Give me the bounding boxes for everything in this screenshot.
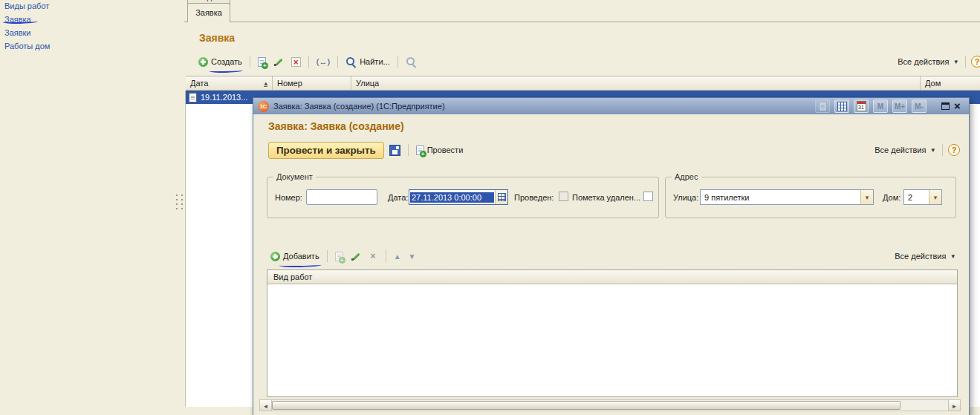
sort-asc-icon [264,79,267,87]
items-column-header[interactable]: Вид работ [267,270,957,284]
calendar-button[interactable]: 31 [854,99,869,113]
arrow-left-icon [263,401,269,410]
help-icon[interactable]: ? [948,144,960,156]
splitter-handle[interactable] [176,195,178,209]
street-label: Улица: [673,193,698,202]
splitter-handle[interactable] [181,195,183,209]
scroll-left-button[interactable] [260,400,272,411]
maximize-icon[interactable] [941,102,950,110]
column-header-number[interactable]: Номер [273,76,351,90]
document-dialog: 1С Заявка: Заявка (создание) (1С:Предпри… [253,97,970,415]
tab-strip: Создать Заявка [184,0,980,22]
annotation-underline [209,68,243,73]
post-and-close-button[interactable]: Провести и закрыть [268,142,384,159]
calendar-icon: 31 [857,101,866,111]
add-row-button[interactable]: Добавить [268,250,322,263]
edit-button[interactable] [271,55,286,68]
add-row-label: Добавить [283,252,319,261]
row-date-cell: 19.11.2013... [201,93,247,102]
column-header-house[interactable]: Дом [921,76,980,90]
separator [397,56,398,68]
dialog-all-actions-button[interactable]: Все действия [872,144,937,156]
house-select[interactable]: 2 [903,189,942,205]
street-value: 9 пятилетки [701,193,860,202]
sidebar-item-zayavki[interactable]: Заявки [4,28,31,37]
street-select[interactable]: 9 пятилетки [700,189,874,205]
items-all-actions-button[interactable]: Все действия [892,250,957,262]
separator [308,56,309,68]
interval-icon: (↔) [317,57,330,66]
arrow-right-icon [952,401,958,410]
plus-icon [270,252,280,261]
delete-icon [291,57,301,67]
scrollbar-track[interactable] [901,400,948,411]
find-button[interactable]: Найти... [343,55,392,69]
column-header-street[interactable]: Улица [351,76,921,90]
create-button-label: Создать [211,57,242,66]
dialog-title: Заявка: Заявка (создание) (1С:Предприяти… [273,102,811,111]
number-field[interactable] [306,189,377,205]
column-header-date[interactable]: Дата [186,76,273,90]
1c-logo-icon: 1С [258,101,269,112]
all-actions-button[interactable]: Все действия [895,56,960,68]
all-actions-label: Все действия [898,57,949,66]
pencil-icon [273,56,284,67]
edit-row-button[interactable] [348,249,363,263]
doc-icon [819,102,827,111]
pencil-icon [351,251,361,261]
search-clear-icon [406,56,417,68]
delete-icon [369,252,378,261]
separator [408,144,409,156]
separator [965,56,966,68]
plus-icon [198,57,208,67]
house-dropdown-button[interactable] [929,190,941,204]
calendar-picker-button[interactable] [495,190,507,204]
delete-button[interactable] [289,56,303,68]
annotation-underline [2,19,38,24]
save-icon [389,145,400,156]
separator [386,250,386,262]
scroll-right-button[interactable] [948,400,960,411]
help-icon[interactable]: ? [971,56,980,68]
copy-button[interactable] [256,56,268,68]
deletion-mark-label: Пометка удален... [572,193,640,202]
date-label: Дата: [388,193,408,202]
house-label: Дом: [883,193,901,202]
post-button[interactable]: Провести [414,144,466,157]
street-dropdown-button[interactable] [860,190,873,204]
find-button-label: Найти... [360,57,390,66]
copy-icon [335,252,343,261]
page-title: Заявка [199,32,235,44]
all-actions-label: Все действия [895,252,946,261]
posted-label: Проведен: [514,193,554,202]
close-icon[interactable] [954,101,964,111]
app-screen: Виды работ Заявка Заявки Работы дом Созд… [0,0,980,415]
separator [327,250,328,262]
arrow-up-icon [394,252,401,261]
sidebar-item-vidy-rabot[interactable]: Виды работ [4,1,49,10]
memory-plus-button: M+ [892,99,907,113]
scrollbar-thumb[interactable] [272,401,901,410]
annotation-underline [279,262,322,267]
separator [942,144,943,156]
grid-icon [837,102,847,111]
horizontal-scrollbar[interactable] [259,399,961,411]
separator [250,56,250,68]
items-table: Вид работ [267,269,958,397]
save-button[interactable] [387,143,403,157]
items-toolbar: Добавить Все действия [268,249,957,264]
sidebar-item-raboty-dom[interactable]: Работы дом [4,42,50,50]
date-field[interactable]: 27.11.2013 0:00:00 [409,189,508,205]
set-interval-button[interactable]: (↔) [314,56,332,68]
document-group: Документ Номер: Дата: 27.11.2013 0:00:00… [267,177,659,218]
window-icon [815,99,830,113]
dialog-titlebar[interactable]: 1С Заявка: Заявка (создание) (1С:Предпри… [253,98,969,114]
deletion-mark-checkbox[interactable] [643,192,653,201]
copy-icon [258,57,266,67]
create-button[interactable]: Создать [196,56,244,68]
tab-zayavka[interactable]: Заявка [187,3,230,23]
show-table-button[interactable] [834,99,849,113]
posted-checkbox [559,192,568,201]
all-actions-label: Все действия [874,146,926,154]
group-legend: Адрес [672,172,701,181]
